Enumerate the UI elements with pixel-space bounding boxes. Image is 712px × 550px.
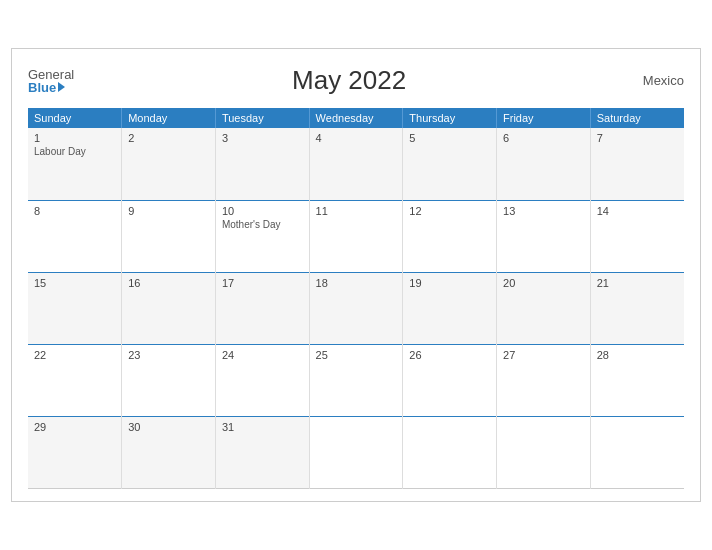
calendar-day-cell: 14 xyxy=(590,200,684,272)
calendar-day-cell: 22 xyxy=(28,344,122,416)
day-number: 23 xyxy=(128,349,209,361)
calendar-day-cell: 5 xyxy=(403,128,497,200)
calendar-day-cell: 3 xyxy=(215,128,309,200)
day-number: 28 xyxy=(597,349,678,361)
day-number: 18 xyxy=(316,277,397,289)
calendar-day-cell: 12 xyxy=(403,200,497,272)
calendar-day-cell: 11 xyxy=(309,200,403,272)
calendar-day-cell: 18 xyxy=(309,272,403,344)
calendar-day-cell xyxy=(309,416,403,488)
holiday-label: Labour Day xyxy=(34,146,115,157)
calendar-day-cell: 17 xyxy=(215,272,309,344)
country-label: Mexico xyxy=(624,73,684,88)
calendar-day-cell: 23 xyxy=(122,344,216,416)
calendar-day-cell xyxy=(403,416,497,488)
day-number: 1 xyxy=(34,132,115,144)
calendar-day-cell: 31 xyxy=(215,416,309,488)
calendar-day-cell xyxy=(590,416,684,488)
day-number: 15 xyxy=(34,277,115,289)
calendar-day-cell: 29 xyxy=(28,416,122,488)
calendar-title: May 2022 xyxy=(74,65,624,96)
day-number: 19 xyxy=(409,277,490,289)
day-number: 3 xyxy=(222,132,303,144)
day-number: 8 xyxy=(34,205,115,217)
calendar-day-cell: 10Mother's Day xyxy=(215,200,309,272)
day-number: 13 xyxy=(503,205,584,217)
calendar-day-cell: 25 xyxy=(309,344,403,416)
day-number: 21 xyxy=(597,277,678,289)
calendar-day-cell: 1Labour Day xyxy=(28,128,122,200)
calendar-week-row: 293031 xyxy=(28,416,684,488)
logo-blue-text: Blue xyxy=(28,81,74,94)
day-number: 10 xyxy=(222,205,303,217)
calendar-header-row: Sunday Monday Tuesday Wednesday Thursday… xyxy=(28,108,684,128)
calendar-day-cell: 4 xyxy=(309,128,403,200)
day-number: 20 xyxy=(503,277,584,289)
day-number: 24 xyxy=(222,349,303,361)
calendar-week-row: 8910Mother's Day11121314 xyxy=(28,200,684,272)
day-number: 22 xyxy=(34,349,115,361)
calendar-day-cell: 19 xyxy=(403,272,497,344)
calendar-day-cell: 16 xyxy=(122,272,216,344)
col-tuesday: Tuesday xyxy=(215,108,309,128)
calendar-table: Sunday Monday Tuesday Wednesday Thursday… xyxy=(28,108,684,489)
calendar-container: General Blue May 2022 Mexico Sunday Mond… xyxy=(11,48,701,502)
calendar-day-cell: 20 xyxy=(497,272,591,344)
calendar-week-row: 22232425262728 xyxy=(28,344,684,416)
day-number: 2 xyxy=(128,132,209,144)
col-thursday: Thursday xyxy=(403,108,497,128)
calendar-day-cell: 13 xyxy=(497,200,591,272)
day-number: 6 xyxy=(503,132,584,144)
day-number: 29 xyxy=(34,421,115,433)
calendar-day-cell xyxy=(497,416,591,488)
logo-triangle-icon xyxy=(58,82,65,92)
day-number: 25 xyxy=(316,349,397,361)
calendar-day-cell: 9 xyxy=(122,200,216,272)
logo-general-text: General xyxy=(28,68,74,81)
calendar-header: General Blue May 2022 Mexico xyxy=(28,65,684,96)
day-number: 17 xyxy=(222,277,303,289)
calendar-day-cell: 2 xyxy=(122,128,216,200)
col-friday: Friday xyxy=(497,108,591,128)
col-saturday: Saturday xyxy=(590,108,684,128)
calendar-day-cell: 30 xyxy=(122,416,216,488)
day-number: 7 xyxy=(597,132,678,144)
calendar-day-cell: 24 xyxy=(215,344,309,416)
calendar-day-cell: 26 xyxy=(403,344,497,416)
col-monday: Monday xyxy=(122,108,216,128)
calendar-day-cell: 7 xyxy=(590,128,684,200)
col-sunday: Sunday xyxy=(28,108,122,128)
calendar-day-cell: 28 xyxy=(590,344,684,416)
calendar-day-cell: 21 xyxy=(590,272,684,344)
calendar-day-cell: 6 xyxy=(497,128,591,200)
calendar-week-row: 1Labour Day234567 xyxy=(28,128,684,200)
calendar-day-cell: 15 xyxy=(28,272,122,344)
day-number: 26 xyxy=(409,349,490,361)
day-number: 12 xyxy=(409,205,490,217)
day-number: 14 xyxy=(597,205,678,217)
day-number: 9 xyxy=(128,205,209,217)
day-number: 30 xyxy=(128,421,209,433)
logo: General Blue xyxy=(28,68,74,94)
holiday-label: Mother's Day xyxy=(222,219,303,230)
col-wednesday: Wednesday xyxy=(309,108,403,128)
day-number: 16 xyxy=(128,277,209,289)
day-number: 31 xyxy=(222,421,303,433)
calendar-week-row: 15161718192021 xyxy=(28,272,684,344)
calendar-day-cell: 8 xyxy=(28,200,122,272)
day-number: 27 xyxy=(503,349,584,361)
calendar-day-cell: 27 xyxy=(497,344,591,416)
day-number: 5 xyxy=(409,132,490,144)
day-number: 11 xyxy=(316,205,397,217)
day-number: 4 xyxy=(316,132,397,144)
